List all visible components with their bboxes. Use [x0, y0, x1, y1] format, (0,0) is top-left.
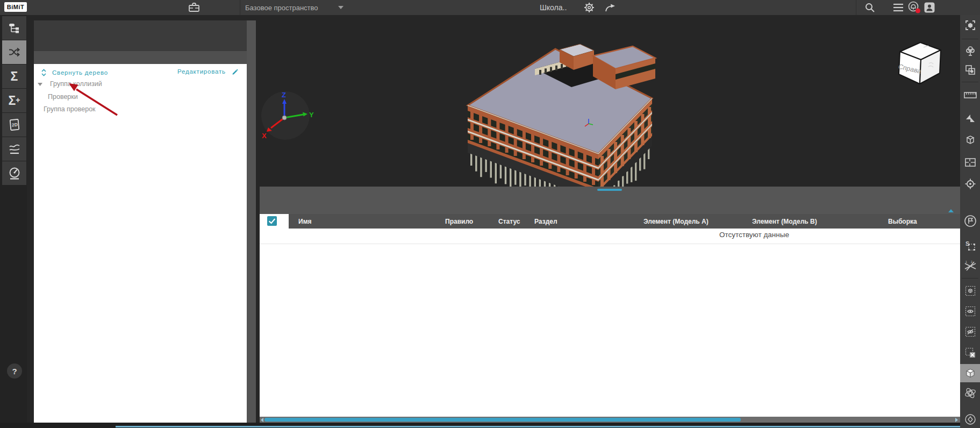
clash-detection-button[interactable] [2, 40, 26, 64]
panel-drag-handle[interactable] [597, 189, 622, 191]
panel-resize-gutter[interactable] [247, 20, 256, 423]
new-calculation-button[interactable]: Σ+ [2, 89, 26, 112]
collapse-tree-link[interactable]: Свернуть дерево [52, 69, 108, 76]
isolate-cube-icon [964, 285, 976, 297]
project-settings-button[interactable] [583, 2, 596, 13]
solid-view-button[interactable] [960, 364, 980, 382]
column-header-element-b[interactable]: Элемент (Модель B) [752, 218, 817, 225]
column-header-name[interactable]: Имя [298, 218, 312, 225]
measure-button[interactable] [960, 86, 980, 104]
edit-link[interactable]: Редактировать [177, 68, 226, 75]
orbit-sync-icon [964, 413, 977, 426]
svg-text:2D: 2D [11, 122, 18, 127]
orbit-button[interactable] [960, 384, 980, 402]
briefcase-icon [188, 2, 201, 13]
scroll-left-arrow[interactable] [261, 418, 263, 422]
navigation-cube[interactable]: Справа [891, 37, 948, 90]
help-button[interactable]: ? [7, 363, 22, 379]
projects-button[interactable] [187, 1, 202, 14]
gear-icon [584, 2, 595, 13]
sigma-plus-icon: Σ+ [9, 95, 20, 107]
axis-gizmo[interactable]: Z Y X [260, 90, 314, 141]
check-icon [268, 217, 276, 225]
settings-panel-header: Настройки Расчеты [34, 20, 247, 51]
model-tree-button[interactable] [2, 16, 26, 40]
rule-tree-selector[interactable]: Дерево правил [34, 51, 247, 64]
workspace-caret[interactable] [338, 5, 344, 10]
section-plane-icon [964, 112, 976, 124]
clash-points-button[interactable]: 12 [960, 257, 980, 275]
top-bar: BiMiT Базовое пространство Школа.. [0, 0, 980, 15]
workspace-selector-label[interactable]: Базовое пространство [245, 4, 318, 12]
user-account-button[interactable] [924, 2, 935, 13]
ruler-icon [964, 91, 977, 99]
clear-selection-icon [964, 347, 976, 359]
section-plane-button[interactable] [960, 109, 980, 127]
sigma-icon: Σ [11, 70, 18, 83]
menu-list-button[interactable] [891, 2, 905, 13]
bell-notification-icon [907, 1, 921, 14]
cube-icon [964, 367, 977, 380]
chevron-down-icon [338, 5, 344, 10]
table-empty-row [260, 229, 960, 244]
notification-dot [915, 9, 920, 13]
column-header-selection[interactable]: Выборка [888, 218, 917, 225]
waves-chart-icon [9, 143, 20, 155]
table-body [260, 229, 960, 417]
bottom-scroll-line [116, 426, 980, 427]
share-icon [604, 2, 616, 13]
locate-button[interactable] [960, 175, 980, 193]
search-icon [864, 2, 875, 13]
column-header-section[interactable]: Раздел [534, 218, 557, 225]
expand-caret-icon[interactable] [38, 83, 42, 86]
floor-plan-button[interactable] [960, 153, 980, 172]
hide-button[interactable] [960, 323, 980, 341]
calculations-button[interactable]: Σ [2, 65, 26, 88]
empty-data-message: Отсутствуют данные [719, 231, 789, 239]
column-header-status[interactable]: Статус [498, 218, 520, 225]
svg-text:2: 2 [971, 260, 972, 263]
topbar-divider [240, 0, 240, 15]
eye-icon [964, 305, 976, 317]
scroll-up-indicator[interactable] [948, 209, 954, 212]
search-button[interactable] [863, 1, 877, 14]
tree-icon [964, 45, 976, 57]
charts-button[interactable] [2, 137, 26, 161]
markers-button[interactable] [960, 212, 980, 230]
show-button[interactable] [960, 302, 980, 320]
z-axis-label: Z [282, 91, 286, 99]
flag-icon [964, 215, 977, 227]
environment-button[interactable] [960, 42, 980, 60]
fit-view-button[interactable] [960, 16, 980, 34]
pencil-icon[interactable] [232, 68, 239, 75]
app-logo: BiMiT [4, 2, 27, 12]
clear-selection-button[interactable] [960, 344, 980, 362]
floor-plan-icon [964, 157, 976, 168]
scroll-right-arrow[interactable] [955, 418, 958, 422]
topbar-divider [856, 0, 856, 15]
select-all-checkbox[interactable] [267, 216, 277, 226]
selection-set-button[interactable]: S [960, 237, 980, 255]
left-toolbar: Σ Σ+ 2D [0, 15, 27, 428]
2d-sheet-icon: 2D [9, 119, 20, 131]
building-model[interactable] [454, 31, 680, 187]
toolbar-divider [962, 39, 978, 39]
section-box-icon [964, 134, 976, 146]
fit-view-icon [964, 19, 976, 31]
isolate-button[interactable] [960, 282, 980, 300]
question-icon: ? [12, 367, 17, 376]
list-icon [893, 3, 904, 12]
app-root: BiMiT Базовое пространство Школа.. [0, 0, 980, 428]
select-similar-icon [964, 64, 976, 76]
dashboard-button[interactable] [2, 161, 26, 185]
notifications-button[interactable] [907, 1, 922, 14]
section-box-button[interactable] [960, 131, 980, 149]
horizontal-scrollbar-thumb[interactable] [264, 418, 741, 422]
turntable-button[interactable] [960, 410, 980, 428]
drawings-2d-button[interactable]: 2D [2, 113, 26, 137]
column-header-rule[interactable]: Правило [445, 218, 473, 225]
column-header-element-a[interactable]: Элемент (Модель A) [643, 218, 709, 225]
collapse-expand-icon [41, 69, 47, 76]
share-button[interactable] [603, 2, 617, 13]
select-similar-button[interactable] [960, 61, 980, 79]
